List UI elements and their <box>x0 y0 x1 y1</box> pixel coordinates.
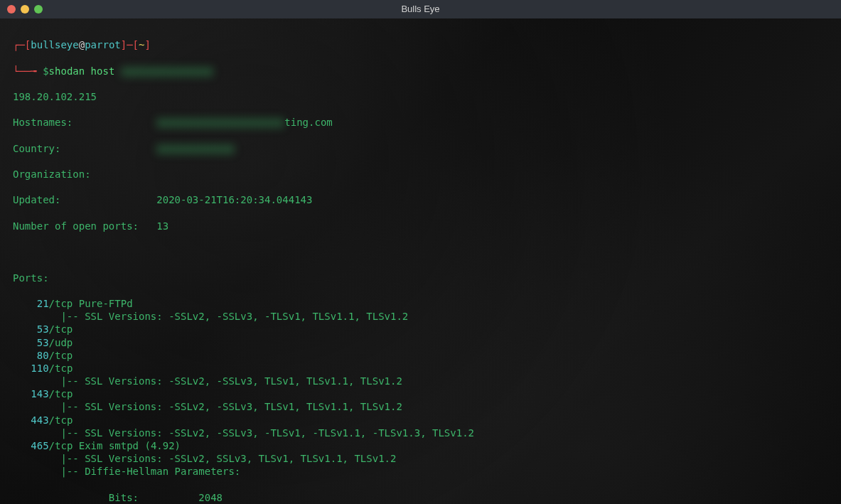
prompt-decorator: ] <box>144 39 150 50</box>
port-detail: |-- SSL Versions: -SSLv2, -SSLv3, -TLSv1… <box>13 310 828 323</box>
prompt-decorator: ┌─[ <box>13 39 31 50</box>
hostnames-label: Hostnames: <box>13 117 156 128</box>
titlebar: Bulls Eye <box>0 0 841 18</box>
redacted-arg: XXXXXXXXXXXX <box>121 67 213 77</box>
minimize-icon[interactable] <box>21 5 29 14</box>
country-label: Country: <box>13 143 156 154</box>
updated-label: Updated: <box>13 194 156 205</box>
output-ip: 198.20.102.215 <box>13 90 828 103</box>
redacted-country: xxxxxxxxxx <box>156 144 235 154</box>
port-row: 21/tcp Pure-FTPd <box>13 297 828 310</box>
port-detail: |-- SSL Versions: -SSLv2, SSLv3, TLSv1, … <box>13 452 828 465</box>
port-detail: |-- Diffie-Hellman Parameters: <box>13 465 828 478</box>
port-detail: |-- SSL Versions: -SSLv2, -SSLv3, -TLSv1… <box>13 427 828 439</box>
maximize-icon[interactable] <box>34 5 43 14</box>
prompt-decorator: └──╼ <box>13 65 43 77</box>
port-row: 110/tcp <box>13 362 828 375</box>
org-label: Organization: <box>13 168 91 180</box>
terminal-output[interactable]: ┌─[bullseye@parrot]─[~] └──╼ $shodan hos… <box>0 18 841 504</box>
port-detail: |-- SSL Versions: -SSLv2, -SSLv3, TLSv1,… <box>13 375 828 387</box>
port-row: 53/tcp <box>13 323 828 336</box>
dh-bits: Bits: 2048 <box>13 492 223 503</box>
prompt-at: @ <box>79 39 85 50</box>
port-row: 443/tcp <box>13 414 828 427</box>
prompt-dollar: $ <box>43 65 48 77</box>
prompt-host: parrot <box>85 39 121 50</box>
port-detail: |-- SSL Versions: -SSLv2, -SSLv3, TLSv1,… <box>13 400 828 413</box>
ports-header: Ports: <box>13 272 828 284</box>
terminal-window: Bulls Eye ┌─[bullseye@parrot]─[~] └──╼ $… <box>0 0 841 504</box>
close-icon[interactable] <box>7 5 16 14</box>
redacted-hostname: xxxxxxxxxxxxxxxxxxx <box>156 118 284 128</box>
port-row: 80/tcp <box>13 349 828 362</box>
ports-count-label: Number of open ports: <box>13 220 156 232</box>
ports-list: 21/tcp Pure-FTPd |-- SSL Versions: -SSLv… <box>13 297 828 478</box>
hostnames-suffix: ting.com <box>284 117 332 128</box>
port-row: 465/tcp Exim smtpd (4.92) <box>13 439 828 452</box>
prompt-user: bullseye <box>31 39 78 50</box>
port-row: 53/udp <box>13 336 828 349</box>
ports-count-value: 13 <box>156 220 168 232</box>
window-controls <box>7 5 43 14</box>
prompt-decorator: ]─[ <box>121 39 139 50</box>
command-text: shodan host <box>49 65 121 77</box>
port-row: 143/tcp <box>13 387 828 400</box>
updated-value: 2020-03-21T16:20:34.044143 <box>156 194 312 205</box>
window-title: Bulls Eye <box>401 4 439 16</box>
